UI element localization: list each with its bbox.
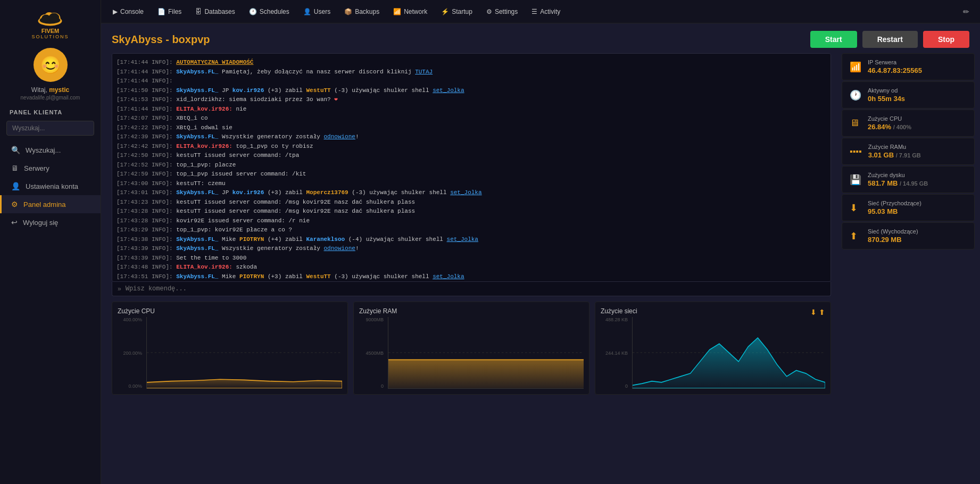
cpu-y-max: 400.00% [123, 317, 142, 322]
ram-chart-svg [388, 317, 584, 388]
tab-activity[interactable]: ☰ Activity [525, 5, 567, 19]
tab-databases[interactable]: 🗄 Databases [189, 5, 241, 19]
console-line: [17:43:48 INFO]: ELITA_kov.ir926: szkoda [117, 263, 826, 272]
restart-button[interactable]: Restart [862, 31, 918, 48]
search-icon: 🔍 [11, 146, 20, 154]
stats-panel: 📶 IP Serwera 46.4.87.83:25565 🕐 Aktywny … [836, 53, 980, 484]
network-chart-header: Zużycie sieci ⬇ ⬆ [601, 307, 825, 317]
stat-disk-label: Zużycie dysku [868, 172, 928, 178]
server-actions: Start Restart Stop [810, 31, 969, 48]
stat-ram-label: Zużycie RAMu [868, 144, 921, 150]
console-line: [17:41:44 INFO]: ELITA_kov.ir926: nie [117, 105, 826, 114]
tab-network[interactable]: 📶 Network [387, 5, 434, 19]
disk-icon: 💾 [850, 174, 861, 186]
users-icon: 👤 [303, 8, 311, 15]
upload-icon[interactable]: ⬆ [819, 308, 825, 316]
network-chart-svg [633, 317, 825, 388]
cpu-icon: 🖥 [850, 118, 861, 129]
console-line: [17:43:01 INFO]: SkyAbyss.FL_ JP kov.ir9… [117, 188, 826, 197]
logout-icon: ↩ [11, 218, 18, 227]
stat-net-out-info: Sieć (Wychodzące) 870.29 MB [868, 228, 918, 244]
sidebar-item-servers[interactable]: 🖥 Serwery [0, 159, 101, 177]
schedules-icon: 🕐 [249, 8, 257, 15]
sidebar-nav: 🔍 Wyszukaj... 🖥 Serwery 👤 Ustawienia kon… [0, 141, 101, 231]
user-icon: 👤 [11, 182, 20, 190]
sidebar-item-search[interactable]: 🔍 Wyszukaj... [0, 141, 101, 159]
console-line: [17:42:22 INFO]: XBtQ_i odwal sie [117, 123, 826, 132]
cpu-chart: Zużycie CPU 400.00% 200.00% 0.00% [112, 302, 348, 395]
tab-schedules[interactable]: 🕐 Schedules [243, 5, 296, 19]
network-chart-title: Zużycie sieci [601, 307, 637, 315]
charts-row: Zużycie CPU 400.00% 200.00% 0.00% [112, 296, 831, 395]
wifi-icon: 📶 [850, 61, 861, 73]
stat-ip-info: IP Serwera 46.4.87.83:25565 [868, 59, 922, 74]
sidebar-item-logout[interactable]: ↩ Wyloguj się [0, 213, 101, 231]
stat-disk: 💾 Zużycie dysku 581.7 MB / 14.95 GB [842, 166, 975, 193]
avatar: 😊 [34, 48, 68, 82]
stat-uptime-info: Aktywny od 0h 55m 34s [868, 87, 905, 103]
tab-label: Network [404, 8, 427, 15]
stat-disk-value: 581.7 MB / 14.95 GB [868, 179, 928, 187]
download-icon[interactable]: ⬇ [810, 308, 817, 316]
stat-disk-info: Zużycie dysku 581.7 MB / 14.95 GB [868, 172, 928, 187]
ram-y-max: 9000MB [366, 317, 384, 322]
server-title: SkyAbyss - boxpvp [112, 34, 210, 46]
stat-ip-label: IP Serwera [868, 59, 922, 65]
sidebar-item-label: Serwery [24, 164, 49, 172]
console-line: [17:41:53 INFO]: xid_lordzikhz: siema si… [117, 95, 826, 104]
tab-files[interactable]: 📄 Files [151, 5, 188, 19]
console-output: [17:41:44 INFO]: AUTOMATYCZNA WIADOMOŚĆ … [112, 53, 831, 282]
server-header: SkyAbyss - boxpvp Start Restart Stop [101, 23, 980, 53]
sidebar-item-account[interactable]: 👤 Ustawienia konta [0, 177, 101, 195]
stat-uptime-label: Aktywny od [868, 87, 905, 94]
console-line: [17:43:00 INFO]: kestuTT: czemu [117, 179, 826, 188]
user-email: nevadalife.pl@gmail.com [21, 95, 80, 101]
console-line: [17:42:50 INFO]: kestuTT issued server c… [117, 151, 826, 160]
console-panel: [17:41:44 INFO]: AUTOMATYCZNA WIADOMOŚĆ … [101, 53, 836, 484]
console-line: [17:43:23 INFO]: kestuTT issued server c… [117, 198, 826, 207]
svg-rect-9 [388, 360, 584, 388]
ram-chart-title: Zużycie RAM [359, 307, 584, 315]
console-line: [17:43:51 INFO]: SkyAbyss.FL_ Mike PIOTR… [117, 272, 826, 281]
logo: FIVEM SOLUTIONS [31, 6, 69, 39]
console-line: [17:42:59 INFO]: top_1_pvp issued server… [117, 170, 826, 179]
stat-ram: ▪▪▪▪ Zużycie RAMu 3.01 GB / 7.91 GB [842, 138, 975, 165]
stat-ip: 📶 IP Serwera 46.4.87.83:25565 [842, 53, 975, 80]
tab-settings[interactable]: ⚙ Settings [480, 5, 524, 19]
clock-icon: 🕐 [850, 89, 861, 101]
console-line: [17:43:39 INFO]: Set the time to 3000 [117, 254, 826, 263]
stat-net-in-label: Sieć (Przychodzące) [868, 200, 921, 206]
console-line: [17:41:44 INFO]: [117, 77, 826, 86]
net-y-mid: 244.14 KB [605, 351, 628, 356]
edit-button[interactable]: ✏ [958, 4, 975, 19]
search-input[interactable] [6, 121, 94, 136]
tab-label: Files [168, 8, 181, 15]
panel-title: PANEL KLIENTA [0, 109, 62, 115]
network-chart: Zużycie sieci ⬇ ⬆ 488.28 KB 244.14 KB 0 [595, 302, 831, 395]
console-line: [17:42:42 INFO]: ELITA_kov.ir926: top_1_… [117, 142, 826, 151]
console-prompt: » [118, 285, 121, 293]
console-line: [17:42:07 INFO]: XBtQ_i co [117, 114, 826, 123]
stop-button[interactable]: Stop [923, 31, 969, 48]
network-icon: 📶 [393, 8, 401, 15]
tab-backups[interactable]: 📦 Backups [338, 5, 386, 19]
tab-startup[interactable]: ⚡ Startup [435, 5, 479, 19]
server-icon: 🖥 [11, 164, 19, 172]
tab-label: Databases [204, 8, 235, 15]
network-chart-icons: ⬇ ⬆ [810, 308, 825, 316]
tab-users[interactable]: 👤 Users [297, 5, 337, 19]
tab-console[interactable]: ▶ Console [106, 5, 150, 19]
stat-net-out-label: Sieć (Wychodzące) [868, 228, 918, 235]
console-line: [17:43:28 INFO]: kovir92E issued server … [117, 216, 826, 226]
databases-icon: 🗄 [195, 8, 202, 15]
start-button[interactable]: Start [810, 31, 857, 48]
logo-solutions: SOLUTIONS [31, 34, 69, 39]
console-line: [17:43:39 INFO]: SkyAbyss.FL_ Wszystkie … [117, 244, 826, 253]
stat-ram-info: Zużycie RAMu 3.01 GB / 7.91 GB [868, 144, 921, 159]
logo-icon [34, 6, 66, 28]
console-line: [17:41:44 INFO]: SkyAbyss.FL_ Pamiętaj, … [117, 68, 826, 77]
console-input[interactable] [126, 285, 825, 293]
sidebar-item-admin[interactable]: ⚙ Panel admina [0, 195, 101, 213]
ram-y-mid: 4500MB [366, 351, 384, 356]
stat-net-out-value: 870.29 MB [868, 236, 918, 244]
